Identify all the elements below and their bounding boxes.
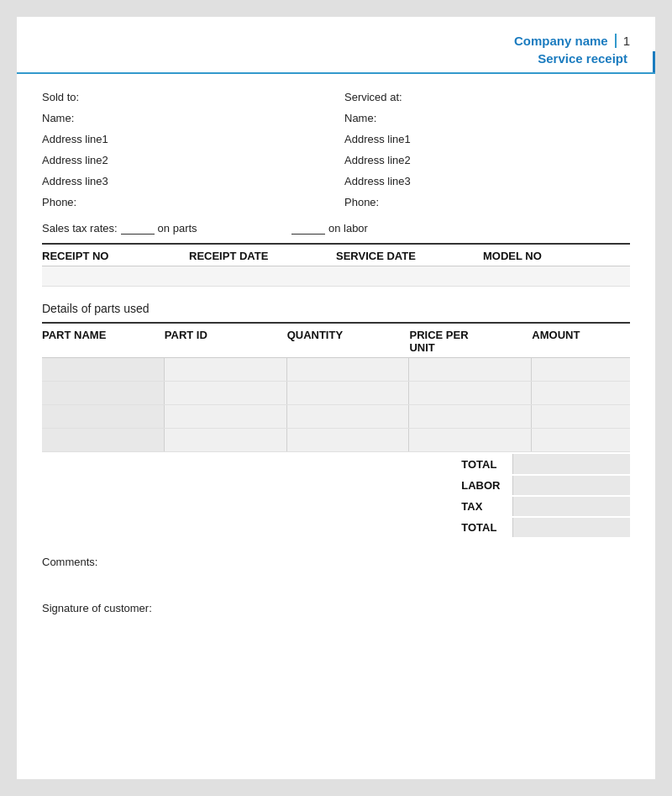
total-value-1[interactable] xyxy=(512,454,630,475)
company-name: Company name xyxy=(514,34,608,48)
receipt-date-value[interactable] xyxy=(189,266,336,286)
parts-row-4 xyxy=(42,429,630,452)
price-1[interactable] xyxy=(409,358,532,381)
page-number: 1 xyxy=(615,34,630,48)
col-part-id: PART ID xyxy=(165,329,287,354)
serviced-at-label: Serviced at: xyxy=(344,91,630,103)
part-id-2[interactable] xyxy=(165,382,287,404)
quantity-2[interactable] xyxy=(287,382,410,404)
part-id-4[interactable] xyxy=(165,429,287,451)
sold-to-addr3: Address line3 xyxy=(42,175,328,187)
parts-row-2 xyxy=(42,382,630,405)
part-name-4[interactable] xyxy=(42,429,165,451)
document-header: Company name 1 Service receipt xyxy=(17,17,655,74)
receipt-table-row xyxy=(42,266,630,287)
totals-table: TOTAL LABOR TAX TOTAL xyxy=(461,454,630,539)
total-value-4[interactable] xyxy=(512,517,630,538)
col-receipt-no: RECEIPT NO xyxy=(42,250,189,262)
serviced-at-addr2: Address line2 xyxy=(344,154,630,166)
sold-to-phone: Phone: xyxy=(42,196,328,208)
serviced-at-name: Name: xyxy=(344,112,630,124)
amount-1[interactable] xyxy=(532,358,630,381)
price-2[interactable] xyxy=(409,382,532,404)
document-content: Sold to: Name: Address line1 Address lin… xyxy=(17,74,655,631)
signature-label: Signature of customer: xyxy=(42,602,152,614)
total-row-4: TOTAL xyxy=(461,517,630,538)
parts-section-title: Details of parts used xyxy=(42,302,630,315)
total-label-1: TOTAL xyxy=(461,454,512,475)
receipt-table-header: RECEIPT NO RECEIPT DATE SERVICE DATE MOD… xyxy=(42,243,630,266)
price-4[interactable] xyxy=(409,429,532,451)
on-parts-label: on parts xyxy=(158,222,197,235)
serviced-at-addr1: Address line1 xyxy=(344,133,630,145)
quantity-3[interactable] xyxy=(287,405,410,428)
sales-tax-parts-field[interactable] xyxy=(121,223,155,235)
totals-area: TOTAL LABOR TAX TOTAL xyxy=(42,452,630,539)
col-part-name: PART NAME xyxy=(42,329,165,354)
part-name-3[interactable] xyxy=(42,405,165,428)
total-value-2[interactable] xyxy=(512,475,630,496)
header-top: Company name 1 xyxy=(42,34,630,51)
comments-label: Comments: xyxy=(42,556,97,568)
serviced-at-phone: Phone: xyxy=(344,196,630,208)
col-amount: AMOUNT xyxy=(532,329,630,354)
sold-to-addr2: Address line2 xyxy=(42,154,328,166)
total-row-1: TOTAL xyxy=(461,454,630,475)
quantity-4[interactable] xyxy=(287,429,410,451)
sold-to-addr1: Address line1 xyxy=(42,133,328,145)
on-labor-label: on labor xyxy=(328,222,368,235)
col-model-no: MODEL NO xyxy=(483,250,630,262)
part-name-1[interactable] xyxy=(42,358,165,381)
col-service-date: SERVICE DATE xyxy=(336,250,483,262)
part-id-1[interactable] xyxy=(165,358,287,381)
part-name-2[interactable] xyxy=(42,382,165,404)
receipt-title: Service receipt xyxy=(42,51,655,72)
amount-4[interactable] xyxy=(532,429,630,451)
sales-tax-labor-field[interactable] xyxy=(291,223,325,235)
amount-3[interactable] xyxy=(532,405,630,428)
parts-row-1 xyxy=(42,358,630,382)
sales-tax-label: Sales tax rates: xyxy=(42,222,118,235)
sold-to-label: Sold to: xyxy=(42,91,328,103)
part-id-3[interactable] xyxy=(165,405,287,428)
total-row-3: TAX xyxy=(461,496,630,517)
document-page: Company name 1 Service receipt Sold to: … xyxy=(17,17,655,779)
address-section: Sold to: Name: Address line1 Address lin… xyxy=(42,91,630,217)
price-3[interactable] xyxy=(409,405,532,428)
amount-2[interactable] xyxy=(532,382,630,404)
comments-section: Comments: xyxy=(42,556,630,568)
parts-table-body xyxy=(42,358,630,452)
total-label-3: TAX xyxy=(461,496,512,517)
receipt-no-value[interactable] xyxy=(42,266,189,286)
total-value-3[interactable] xyxy=(512,496,630,517)
col-receipt-date: RECEIPT DATE xyxy=(189,250,336,262)
col-quantity: QUANTITY xyxy=(287,329,410,354)
parts-table-header: PART NAME PART ID QUANTITY PRICE PERUNIT… xyxy=(42,322,630,358)
sales-tax-row: Sales tax rates: on parts on labor xyxy=(42,222,630,235)
sold-to-name: Name: xyxy=(42,112,328,124)
service-date-value[interactable] xyxy=(336,266,483,286)
total-row-2: LABOR xyxy=(461,475,630,496)
serviced-at-addr3: Address line3 xyxy=(344,175,630,187)
quantity-1[interactable] xyxy=(287,358,410,381)
model-no-value[interactable] xyxy=(483,266,630,286)
signature-section: Signature of customer: xyxy=(42,602,630,614)
parts-row-3 xyxy=(42,405,630,429)
total-label-4: TOTAL xyxy=(461,517,512,538)
col-price-per-unit: PRICE PERUNIT xyxy=(409,329,532,354)
sold-to-section: Sold to: Name: Address line1 Address lin… xyxy=(42,91,328,217)
total-label-2: LABOR xyxy=(461,475,512,496)
serviced-at-section: Serviced at: Name: Address line1 Address… xyxy=(344,91,630,217)
